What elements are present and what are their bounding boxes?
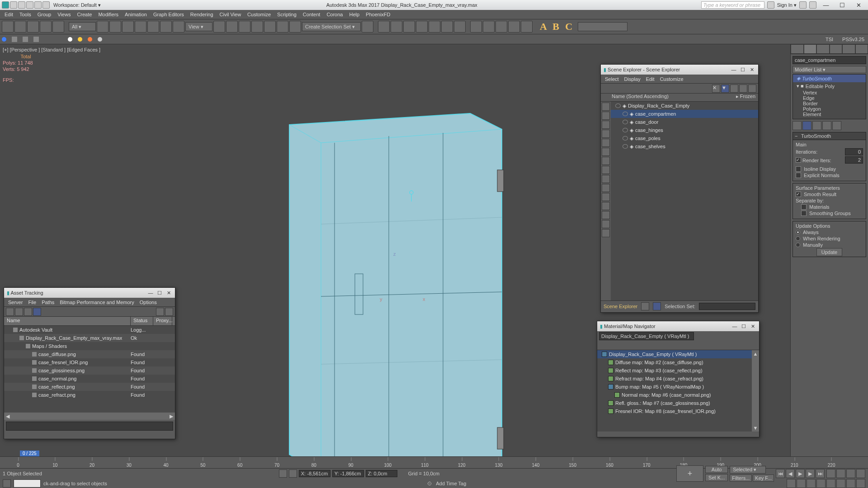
mat-row[interactable]: Diffuse map: Map #2 (case_diffuse.png): [597, 358, 759, 366]
mat-scroll-down[interactable]: ▼: [753, 425, 758, 431]
turbosmooth-rollout[interactable]: TurboSmooth: [793, 132, 866, 140]
unlink-button[interactable]: [40, 21, 52, 33]
vnav-5[interactable]: [826, 479, 835, 488]
select-name-button[interactable]: [109, 21, 121, 33]
manipulate-button[interactable]: [226, 21, 238, 33]
mat-row[interactable]: Fresnel IOR: Map #8 (case_fresnel_IOR.pn…: [597, 407, 759, 415]
teapot2-button[interactable]: [483, 21, 495, 33]
prev-frame-button[interactable]: ◀: [786, 469, 795, 478]
region-rect-button[interactable]: [122, 21, 134, 33]
asset-list[interactable]: Autodesk VaultLogg...Display_Rack_Case_E…: [4, 326, 175, 413]
asset-row[interactable]: Maps / Shaders: [4, 342, 175, 350]
spinner-snap-button[interactable]: [277, 21, 288, 33]
stack-editable-poly[interactable]: ▾ ■Editable Poly: [793, 82, 866, 90]
scene-min-button[interactable]: —: [730, 66, 737, 73]
menu-edit[interactable]: Edit: [2, 11, 16, 18]
close-button[interactable]: ✕: [852, 1, 865, 9]
scene-sb-10[interactable]: [602, 184, 610, 192]
scene-col-frozen[interactable]: ▸ Frozen: [736, 94, 755, 101]
menu-views[interactable]: Views: [55, 11, 73, 18]
new-icon[interactable]: [10, 1, 17, 9]
mat-row[interactable]: Refl. gloss.: Map #7 (case_glossiness.pn…: [597, 399, 759, 407]
scene-tb-x[interactable]: ✕: [712, 84, 720, 93]
asset-col-status[interactable]: Status: [131, 317, 153, 325]
teapot5-button[interactable]: [521, 21, 533, 33]
move-button[interactable]: [147, 21, 159, 33]
scene-row[interactable]: ◈case_compartmen: [611, 110, 758, 118]
viewport-label[interactable]: [+] [Perspective ] [Standard ] [Edged Fa…: [3, 47, 100, 52]
scene-foot-btn1[interactable]: [641, 302, 649, 310]
scene-row[interactable]: ◈case_hinges: [611, 126, 758, 134]
scene-sb-4[interactable]: [602, 130, 610, 138]
rotate-button[interactable]: [160, 21, 172, 33]
sep-sg-check[interactable]: [801, 211, 807, 216]
window-crossing-button[interactable]: [135, 21, 146, 33]
pivot-button[interactable]: [213, 21, 225, 33]
menu-corona[interactable]: Corona: [324, 11, 345, 18]
stack-turbosmooth[interactable]: ◈TurboSmooth: [793, 75, 866, 82]
render-iters-spinner[interactable]: 2: [845, 156, 863, 164]
show-end-result-button[interactable]: [802, 121, 811, 130]
asset-tb5[interactable]: [156, 308, 164, 316]
asset-tb6[interactable]: [165, 308, 173, 316]
obj-dot-icon[interactable]: [2, 37, 6, 42]
menu-content[interactable]: Content: [300, 11, 323, 18]
vnav-4[interactable]: [816, 479, 826, 488]
link-button[interactable]: [27, 21, 39, 33]
hierarchy-tab[interactable]: [816, 44, 830, 54]
scene-sb-11[interactable]: [602, 193, 610, 201]
obj-sq3-icon[interactable]: [33, 37, 39, 42]
scene-col-name[interactable]: Name (Sorted Ascending): [612, 94, 669, 101]
goto-start-button[interactable]: ⏮: [776, 469, 785, 478]
asset-row[interactable]: case_glossiness.pngFound: [4, 366, 175, 375]
align-button[interactable]: [378, 21, 390, 33]
asset-row[interactable]: case_normal.pngFound: [4, 375, 175, 383]
light-dot1-icon[interactable]: [68, 37, 72, 42]
scene-foot-btn2[interactable]: [653, 302, 661, 310]
scene-tb-add[interactable]: [748, 84, 756, 93]
asset-menu-bitmap[interactable]: Bitmap Performance and Memory: [57, 299, 136, 306]
light-dot4-icon[interactable]: [98, 37, 102, 42]
abs-transform-button[interactable]: [289, 469, 297, 478]
search-input[interactable]: Type a keyword or phrase: [701, 1, 764, 9]
pin-stack-button[interactable]: [793, 121, 802, 130]
scene-foot-label[interactable]: Scene Explorer: [604, 304, 637, 309]
asset-scroll-left[interactable]: ◀: [6, 413, 9, 419]
scene-menu-customize[interactable]: Customize: [658, 75, 686, 83]
isoline-check[interactable]: [796, 166, 801, 172]
add-time-tag[interactable]: Add Time Tag: [436, 481, 466, 486]
maxscript-button[interactable]: [3, 479, 11, 488]
lock-selection-button[interactable]: [279, 469, 287, 478]
update-always-radio[interactable]: [796, 230, 800, 235]
iterations-spinner[interactable]: 0: [845, 148, 863, 155]
mat-max-button[interactable]: ☐: [740, 323, 747, 329]
scene-close-button[interactable]: ✕: [748, 66, 755, 73]
workspace-selector[interactable]: Workspace: Default ▾: [53, 2, 101, 8]
menu-civilview[interactable]: Civil View: [217, 11, 244, 18]
asset-menu-options[interactable]: Options: [137, 299, 159, 306]
asset-row[interactable]: Display_Rack_Case_Empty_max_vray.maxOk: [4, 334, 175, 342]
vnav-6[interactable]: [836, 479, 845, 488]
scene-tb-lock[interactable]: [730, 84, 738, 93]
scene-row[interactable]: ◈Display_Rack_Case_Empty: [611, 102, 758, 110]
scene-sb-15[interactable]: [602, 229, 610, 237]
render-iters-check[interactable]: [796, 157, 801, 163]
scene-list[interactable]: ◈Display_Rack_Case_Empty◈case_compartmen…: [611, 102, 758, 300]
mat-row[interactable]: Normal map: Map #6 (case_normal.png): [597, 391, 759, 399]
display-tab[interactable]: [842, 44, 855, 54]
selection-set-dropdown[interactable]: [699, 303, 755, 310]
maximize-button[interactable]: ☐: [835, 1, 849, 9]
asset-row[interactable]: case_fresnel_IOR.pngFound: [4, 358, 175, 366]
explicit-normals-check[interactable]: [796, 173, 801, 178]
menu-group[interactable]: Group: [35, 11, 54, 18]
material-editor-button[interactable]: [429, 21, 440, 33]
mat-scroll-up[interactable]: ▲: [753, 351, 758, 357]
scene-sb-8[interactable]: [602, 166, 610, 174]
asset-menu-file[interactable]: File: [26, 299, 38, 306]
asset-tb3[interactable]: [24, 308, 32, 316]
menu-customize[interactable]: Customize: [245, 11, 274, 18]
undo-button[interactable]: [2, 21, 14, 33]
asset-menu-paths[interactable]: Paths: [39, 299, 57, 306]
asset-close-button[interactable]: ✕: [165, 290, 172, 296]
asset-min-button[interactable]: —: [147, 290, 154, 296]
